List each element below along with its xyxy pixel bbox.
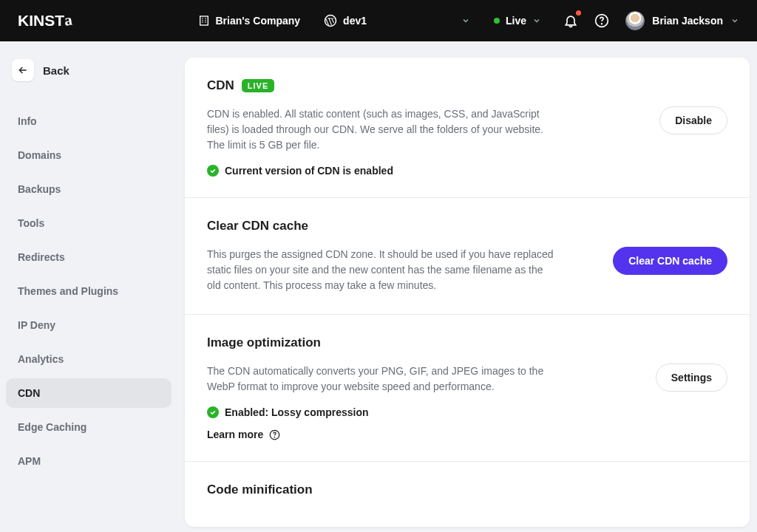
user-menu[interactable]: Brian Jackson <box>625 11 739 30</box>
help-button[interactable] <box>594 13 609 28</box>
arrow-left-icon <box>17 64 29 76</box>
image-opt-title: Image optimization <box>207 335 321 350</box>
learn-more-link[interactable]: Learn more <box>207 429 554 440</box>
cdn-title: CDN <box>207 78 234 93</box>
logo: KINSTa <box>18 12 72 30</box>
check-icon <box>207 165 219 177</box>
clear-cache-title: Clear CDN cache <box>207 219 308 233</box>
environment-selector[interactable]: Live <box>494 15 541 27</box>
site-selector[interactable]: dev1 <box>324 14 470 27</box>
company-selector[interactable]: Brian's Company <box>198 15 301 27</box>
notification-badge <box>576 10 581 16</box>
cdn-status: Current version of CDN is enabled <box>225 165 393 177</box>
svg-rect-0 <box>200 16 208 25</box>
minification-title: Code minification <box>207 482 313 497</box>
environment-name: Live <box>506 15 526 27</box>
sidebar-item-backups[interactable]: Backups <box>6 174 172 204</box>
learn-more-label: Learn more <box>207 429 263 440</box>
sidebar-item-info[interactable]: Info <box>6 106 172 136</box>
svg-point-12 <box>274 437 275 437</box>
image-opt-status: Enabled: Lossy compression <box>225 406 369 418</box>
image-opt-description: The CDN automatically converts your PNG,… <box>207 364 554 395</box>
chevron-down-icon <box>730 16 739 25</box>
sidebar-item-redirects[interactable]: Redirects <box>6 242 172 272</box>
help-icon <box>594 13 609 28</box>
chevron-down-icon <box>461 16 470 25</box>
site-name: dev1 <box>343 15 367 27</box>
company-name: Brian's Company <box>216 15 301 27</box>
main-content: CDN LIVE CDN is enabled. All static cont… <box>177 41 757 532</box>
sidebar-item-domains[interactable]: Domains <box>6 140 172 170</box>
code-minification-section: Code minification <box>185 462 750 527</box>
clear-cache-button[interactable]: Clear CDN cache <box>613 247 727 275</box>
sidebar-item-analytics[interactable]: Analytics <box>6 344 172 374</box>
sidebar-item-themes-and-plugins[interactable]: Themes and Plugins <box>6 276 172 306</box>
sidebar-item-edge-caching[interactable]: Edge Caching <box>6 412 172 442</box>
wordpress-icon <box>324 14 337 27</box>
svg-point-9 <box>602 24 602 24</box>
check-icon <box>207 406 219 418</box>
chevron-down-icon <box>532 16 541 25</box>
clear-cache-section: Clear CDN cache This purges the assigned… <box>185 198 750 315</box>
app-header: KINSTa Brian's Company dev1 Live Brian J… <box>0 0 757 41</box>
settings-panel: CDN LIVE CDN is enabled. All static cont… <box>185 58 750 527</box>
sidebar-item-tools[interactable]: Tools <box>6 208 172 238</box>
sidebar-item-cdn[interactable]: CDN <box>6 378 172 408</box>
disable-cdn-button[interactable]: Disable <box>659 106 727 134</box>
building-icon <box>198 15 210 27</box>
bell-icon <box>563 13 578 28</box>
cdn-description: CDN is enabled. All static content (such… <box>207 106 554 153</box>
sidebar: Back InfoDomainsBackupsToolsRedirectsThe… <box>0 41 177 532</box>
sidebar-item-ip-deny[interactable]: IP Deny <box>6 310 172 340</box>
back-label: Back <box>43 64 69 77</box>
help-icon <box>269 429 280 440</box>
cdn-section: CDN LIVE CDN is enabled. All static cont… <box>185 58 750 198</box>
sidebar-item-apm[interactable]: APM <box>6 446 172 476</box>
notifications-button[interactable] <box>563 13 578 28</box>
user-name: Brian Jackson <box>652 15 723 27</box>
status-dot-icon <box>494 18 500 24</box>
image-optimization-section: Image optimization The CDN automatically… <box>185 315 750 462</box>
image-opt-settings-button[interactable]: Settings <box>656 364 727 392</box>
live-badge: LIVE <box>242 79 274 92</box>
clear-cache-description: This purges the assigned CDN zone. It sh… <box>207 247 554 293</box>
back-button[interactable] <box>12 59 34 81</box>
avatar <box>625 11 645 30</box>
